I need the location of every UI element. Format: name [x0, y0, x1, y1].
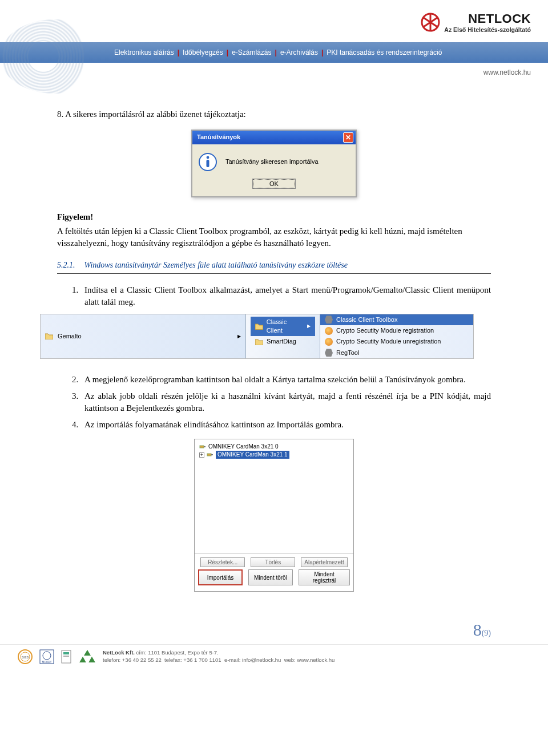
start-menu-screenshot: Gemalto ▶ Classic Client ▶ SmartDiag Cla…	[40, 314, 474, 359]
instruction-list: 1.Indítsa el a Classic Client Toolbox al…	[57, 284, 491, 308]
nav-item: Időbélyegzés	[183, 48, 223, 56]
tree-item[interactable]: OMNIKEY CardMan 3x21 0	[199, 443, 349, 451]
svg-text:MOODY: MOODY	[42, 661, 51, 664]
delete-button[interactable]: Törlés	[251, 557, 295, 567]
svg-rect-3	[207, 160, 209, 167]
list-item: 2.A megjelenő kezelőprogramban kattintso…	[72, 374, 491, 386]
panel-buttons: Részletek... Törlés Alapértelmezett Impo…	[195, 553, 353, 591]
nav-item: e-Számlázás	[232, 48, 271, 56]
svg-rect-16	[63, 656, 69, 657]
section-title-text: Windows tanúsítványtár Személyes füle al…	[84, 260, 348, 271]
menu-smartdiag[interactable]: SmartDiag	[251, 336, 315, 347]
expand-icon[interactable]: +	[199, 452, 204, 458]
footer-contact: NetLock Kft. cím: 1101 Budapest, Expo té…	[103, 649, 335, 664]
svg-rect-4	[200, 446, 204, 448]
app-icon	[325, 349, 333, 357]
svg-rect-7	[211, 454, 213, 455]
reader-icon	[199, 444, 206, 450]
success-dialog: Tanúsítványok ✕ Tanúsítvány sikeresen im…	[191, 130, 357, 197]
logo-tagline: Az Első Hitelesítés-szolgáltató	[444, 26, 531, 33]
folder-icon	[255, 338, 263, 345]
tree-item-selected[interactable]: OMNIKEY CardMan 3x21 1	[216, 451, 289, 459]
menu-classic-client[interactable]: Classic Client ▶	[251, 317, 315, 337]
page-header: NETLOCK Az Első Hitelesítés-szolgáltató …	[0, 0, 548, 91]
nav-item: e-Archiválás	[280, 48, 318, 56]
logo-block: NETLOCK Az Első Hitelesítés-szolgáltató	[419, 11, 531, 33]
menu-gemalto: Gemalto ▶	[41, 314, 246, 359]
default-button[interactable]: Alapértelmezett	[301, 557, 347, 567]
site-url: www.netlock.hu	[0, 63, 548, 82]
dialog-message: Tanúsítvány sikeresen importálva	[225, 157, 319, 166]
nav-item: Elektronikus aláírás	[114, 48, 174, 56]
app-icon	[325, 327, 333, 335]
section-number: 5.2.1.	[57, 260, 75, 271]
moody-badge-icon: MOODY	[39, 649, 55, 665]
document-body: 8. A sikeres importálásról az alábbi üze…	[0, 91, 548, 603]
svg-rect-15	[63, 652, 69, 654]
ok-button[interactable]: OK	[253, 179, 295, 188]
chevron-right-icon: ▶	[307, 323, 311, 329]
import-button[interactable]: Importálás	[198, 569, 243, 585]
list-item: 4.Az importálás folyamatának elindításáh…	[72, 419, 491, 431]
app-icon	[325, 338, 333, 346]
dialog-title: Tanúsítványok	[197, 133, 240, 142]
svg-rect-5	[204, 446, 206, 447]
details-button[interactable]: Részletek...	[200, 557, 245, 567]
page-footer: SGS MOODY NetLock Kft. cím: 1101 Budapes…	[0, 644, 548, 673]
recycle-icon	[78, 648, 97, 665]
card-reader-panel: OMNIKEY CardMan 3x21 0 + OMNIKEY CardMan…	[194, 439, 354, 592]
logo-name: NETLOCK	[444, 11, 531, 26]
warning-text: A feltöltés után lépjen ki a Classic Cli…	[57, 225, 491, 249]
step8-text: 8. A sikeres importálásról az alábbi üze…	[57, 108, 491, 120]
netlock-logo-icon	[419, 12, 442, 33]
sgs-badge-icon: SGS	[17, 649, 33, 665]
svg-rect-6	[207, 454, 211, 456]
list-item: 3.Az ablak jobb oldali részén jelölje ki…	[72, 390, 491, 414]
app-icon	[325, 316, 333, 324]
instruction-list-cont: 2.A megjelenő kezelőprogramban kattintso…	[57, 374, 491, 431]
register-all-button[interactable]: Mindent regisztrál	[299, 569, 350, 585]
close-icon[interactable]: ✕	[343, 132, 353, 143]
svg-point-2	[207, 156, 209, 159]
page-number: 8(9)	[0, 603, 548, 644]
warning-label: Figyelem!	[57, 211, 491, 223]
menu-crypto-reg[interactable]: Crypto Secutity Module registration	[320, 325, 473, 336]
list-item: 1.Indítsa el a Classic Client Toolbox al…	[72, 284, 491, 308]
delete-all-button[interactable]: Mindent töröl	[248, 569, 293, 585]
folder-icon	[45, 333, 53, 339]
dialog-titlebar: Tanúsítványok ✕	[192, 131, 356, 144]
cert-badge-icon	[61, 649, 72, 665]
menu-regtool[interactable]: RegTool	[320, 347, 473, 358]
card-tree: OMNIKEY CardMan 3x21 0 + OMNIKEY CardMan…	[195, 439, 353, 553]
reader-icon	[207, 452, 213, 458]
chevron-right-icon: ▶	[237, 333, 241, 339]
menu-cc-toolbox[interactable]: Classic Client Toolbox	[320, 314, 473, 325]
menu-crypto-unreg[interactable]: Crypto Secutity Module unregistration	[320, 336, 473, 347]
info-icon	[198, 152, 217, 172]
nav-item: PKI tanácsadás és rendszerintegráció	[327, 48, 442, 56]
folder-icon	[255, 323, 263, 330]
section-heading: 5.2.1. Windows tanúsítványtár Személyes …	[57, 260, 491, 274]
svg-text:SGS: SGS	[22, 656, 29, 659]
nav-bar: Elektronikus aláírás| Időbélyegzés| e-Sz…	[0, 42, 548, 63]
